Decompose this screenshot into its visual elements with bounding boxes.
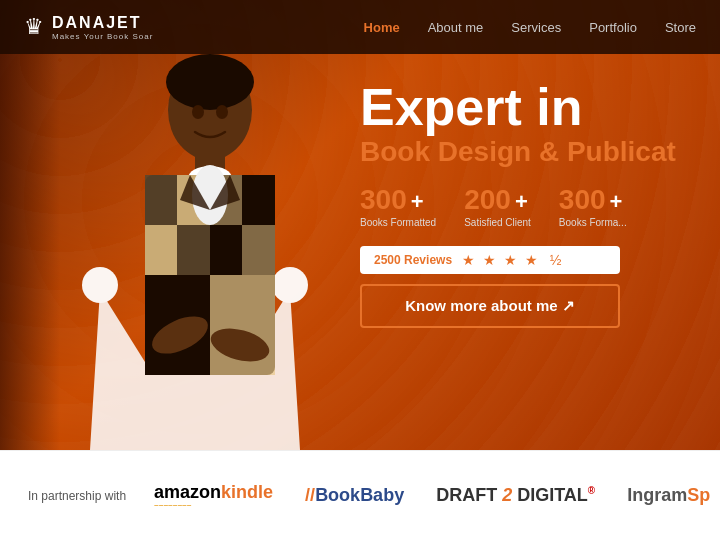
brand-name: DANAJET bbox=[52, 14, 153, 32]
svg-point-25 bbox=[216, 105, 228, 119]
logo-crown-icon: ♛ bbox=[24, 14, 44, 40]
stat-plus-3: + bbox=[610, 189, 623, 215]
nav-link-about[interactable]: About me bbox=[428, 20, 484, 35]
nav-link-home[interactable]: Home bbox=[364, 20, 400, 35]
stat-plus-1: + bbox=[411, 189, 424, 215]
stat-label-1: Books Formatted bbox=[360, 217, 436, 228]
stats-row: 300 + Books Formatted 200 + Satisfied Cl… bbox=[360, 186, 700, 228]
stat-number-3: 300 bbox=[559, 186, 606, 214]
nav-item-portfolio[interactable]: Portfolio bbox=[589, 18, 637, 36]
stat-number-1: 300 bbox=[360, 186, 407, 214]
stat-number-2: 200 bbox=[464, 186, 511, 214]
svg-rect-16 bbox=[177, 225, 210, 275]
cta-label: Know more about me ↗ bbox=[405, 297, 575, 315]
svg-rect-20 bbox=[242, 225, 275, 275]
hero-title: Expert in bbox=[360, 80, 700, 135]
navbar: ♛ DANAJET Makes Your Book Soar Home Abou… bbox=[0, 0, 720, 54]
brand-tagline: Makes Your Book Soar bbox=[52, 32, 153, 41]
nav-item-store[interactable]: Store bbox=[665, 18, 696, 36]
svg-point-24 bbox=[192, 105, 204, 119]
nav-link-store[interactable]: Store bbox=[665, 20, 696, 35]
half-star: ½ bbox=[550, 252, 562, 268]
partners-label: In partnership with bbox=[28, 489, 126, 503]
nav-item-home[interactable]: Home bbox=[364, 18, 400, 36]
partners-logos: amazonkindle ~~~~~~~~ //BookBaby DRAFT 2… bbox=[154, 482, 710, 510]
svg-point-5 bbox=[166, 54, 254, 110]
stat-label-3: Books Forma... bbox=[559, 217, 627, 228]
partner-amazon-kindle: amazonkindle ~~~~~~~~ bbox=[154, 482, 273, 510]
hero-content: Expert in Book Design & Publicat 300 + B… bbox=[360, 80, 700, 328]
hero-subtitle: Book Design & Publicat bbox=[360, 135, 700, 169]
star-rating: ★ ★ ★ ★ bbox=[462, 252, 540, 268]
svg-rect-13 bbox=[145, 175, 177, 225]
logo: ♛ DANAJET Makes Your Book Soar bbox=[24, 14, 153, 41]
partners-strip: In partnership with amazonkindle ~~~~~~~… bbox=[0, 450, 720, 540]
svg-rect-19 bbox=[210, 225, 242, 275]
nav-link-portfolio[interactable]: Portfolio bbox=[589, 20, 637, 35]
nav-item-services[interactable]: Services bbox=[511, 18, 561, 36]
reviews-count: 2500 Reviews bbox=[374, 253, 452, 267]
partner-draft2digital: DRAFT 2 DIGITAL® bbox=[436, 485, 595, 506]
nav-item-about[interactable]: About me bbox=[428, 18, 484, 36]
stat-books-formatted: 300 + Books Formatted bbox=[360, 186, 436, 228]
stat-satisfied-client: 200 + Satisfied Client bbox=[464, 186, 531, 228]
stat-label-2: Satisfied Client bbox=[464, 217, 531, 228]
cta-button[interactable]: Know more about me ↗ bbox=[360, 284, 620, 328]
stat-books-3: 300 + Books Forma... bbox=[559, 186, 627, 228]
nav-links: Home About me Services Portfolio Store bbox=[364, 18, 696, 36]
partner-bookbaby: //BookBaby bbox=[305, 485, 404, 506]
stat-plus-2: + bbox=[515, 189, 528, 215]
nav-link-services[interactable]: Services bbox=[511, 20, 561, 35]
reviews-bar: 2500 Reviews ★ ★ ★ ★ ½ bbox=[360, 246, 620, 274]
logo-text: DANAJET Makes Your Book Soar bbox=[52, 14, 153, 41]
svg-rect-18 bbox=[242, 175, 275, 225]
hero-person-image bbox=[50, 30, 370, 450]
hero-section: Expert in Book Design & Publicat 300 + B… bbox=[0, 0, 720, 450]
partner-ingramspark: IngramSp bbox=[627, 485, 710, 506]
svg-rect-15 bbox=[145, 225, 177, 275]
